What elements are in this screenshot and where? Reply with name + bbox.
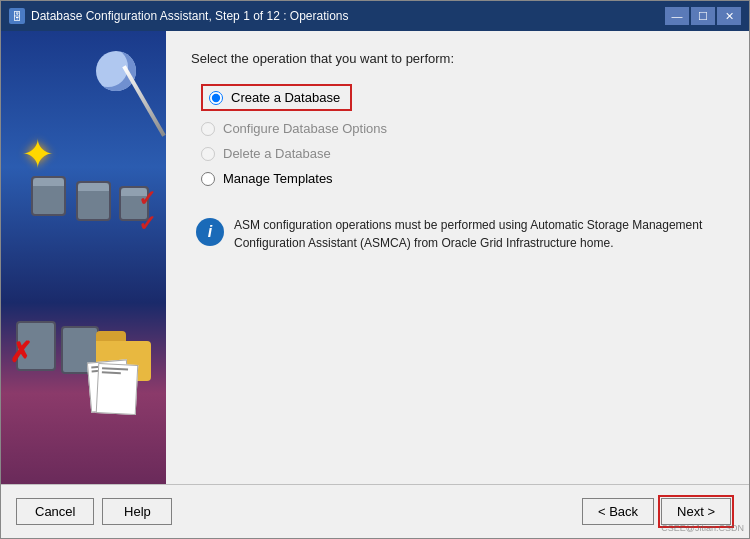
cancel-button[interactable]: Cancel	[16, 498, 94, 525]
minimize-button[interactable]: —	[665, 7, 689, 25]
next-button[interactable]: Next >	[661, 498, 731, 525]
back-button[interactable]: < Back	[582, 498, 654, 525]
sidebar-art: ✓ ✓ ✗	[1, 31, 166, 484]
radio-group: Create a Database Configure Database Opt…	[201, 84, 724, 186]
radio-create[interactable]	[209, 91, 223, 105]
radio-configure	[201, 122, 215, 136]
checkmark-1: ✓	[138, 186, 156, 212]
watermark: CSEE@Jitian.CSDN	[661, 523, 744, 533]
selected-option-wrapper: Create a Database	[201, 84, 352, 111]
titlebar-left: 🗄 Database Configuration Assistant, Step…	[9, 8, 349, 24]
window-controls: — ☐ ✕	[665, 7, 741, 25]
radio-manage[interactable]	[201, 172, 215, 186]
radio-item-create[interactable]: Create a Database	[201, 84, 724, 111]
back-label: < Back	[598, 504, 638, 519]
radio-item-manage[interactable]: Manage Templates	[201, 171, 724, 186]
footer: Cancel Help < Back Next > CSEE@Jitian.CS…	[1, 484, 749, 538]
maximize-button[interactable]: ☐	[691, 7, 715, 25]
close-button[interactable]: ✕	[717, 7, 741, 25]
label-create[interactable]: Create a Database	[231, 90, 340, 105]
docs-decoration	[89, 361, 139, 416]
help-button[interactable]: Help	[102, 498, 172, 525]
info-text: ASM configuration operations must be per…	[234, 216, 719, 252]
next-label: Next >	[677, 504, 715, 519]
wand-decoration	[122, 65, 165, 136]
app-icon: 🗄	[9, 8, 25, 24]
starburst-decoration	[21, 131, 71, 181]
drum-1	[31, 176, 66, 216]
info-icon: i	[196, 218, 224, 246]
radio-item-configure[interactable]: Configure Database Options	[201, 121, 724, 136]
label-configure: Configure Database Options	[223, 121, 387, 136]
radio-delete	[201, 147, 215, 161]
main-content: Select the operation that you want to pe…	[166, 31, 749, 484]
content-area: ✓ ✓ ✗ Select the oper	[1, 31, 749, 484]
drum-2	[76, 181, 111, 221]
titlebar: 🗄 Database Configuration Assistant, Step…	[1, 1, 749, 31]
instruction-text: Select the operation that you want to pe…	[191, 51, 724, 66]
info-box: i ASM configuration operations must be p…	[191, 211, 724, 257]
radio-item-delete[interactable]: Delete a Database	[201, 146, 724, 161]
xmark-decoration: ✗	[9, 336, 32, 369]
label-delete: Delete a Database	[223, 146, 331, 161]
sidebar: ✓ ✓ ✗	[1, 31, 166, 484]
label-manage[interactable]: Manage Templates	[223, 171, 333, 186]
footer-left-buttons: Cancel Help	[16, 498, 172, 525]
main-window: 🗄 Database Configuration Assistant, Step…	[0, 0, 750, 539]
window-title: Database Configuration Assistant, Step 1…	[31, 9, 349, 23]
checkmark-2: ✓	[138, 211, 156, 237]
moon-decoration	[96, 51, 136, 91]
